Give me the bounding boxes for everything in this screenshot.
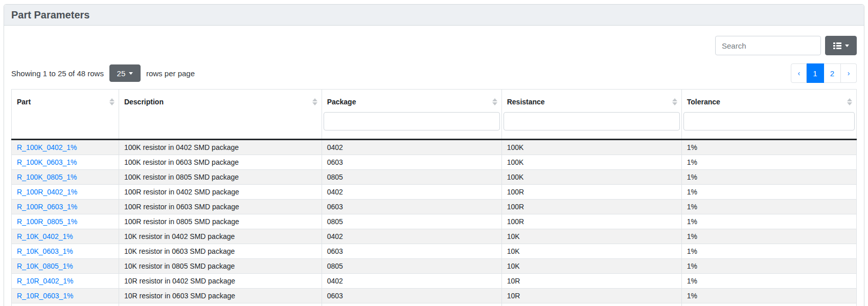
tolerance-cell: 1% xyxy=(681,170,856,185)
chevron-down-icon xyxy=(129,72,133,75)
rows-per-page-label: rows per page xyxy=(146,69,195,78)
part-link[interactable]: R_100K_0402_1% xyxy=(17,143,77,151)
table-row: R_100K_0603_1% 100K resistor in 0603 SMD… xyxy=(12,155,857,170)
part-cell: R_10R_0402_1% xyxy=(12,274,119,289)
tolerance-cell: 1% xyxy=(681,140,856,155)
showing-group: Showing 1 to 25 of 48 rows 25 rows per p… xyxy=(11,64,195,82)
package-cell: 0805 xyxy=(322,303,501,306)
description-cell: 100K resistor in 0402 SMD package xyxy=(119,140,322,155)
part-cell: R_100R_0603_1% xyxy=(12,200,119,214)
sort-icon xyxy=(672,98,677,105)
resistance-filter-input[interactable] xyxy=(504,112,680,130)
resistance-cell: 10R xyxy=(501,274,681,289)
column-label: Tolerance xyxy=(687,98,720,106)
part-parameters-card: Part Parameters Showing 1 to 25 of 48 ro… xyxy=(4,4,864,306)
tolerance-cell: 1% xyxy=(681,229,856,244)
column-label: Resistance xyxy=(507,98,545,106)
column-header-part[interactable]: Part xyxy=(12,90,119,140)
resistance-cell: 10K xyxy=(501,229,681,244)
part-cell: R_10K_0402_1% xyxy=(12,229,119,244)
pagination-next[interactable]: › xyxy=(841,63,857,83)
pagination-page-2[interactable]: 2 xyxy=(824,63,841,83)
showing-rows-text: Showing 1 to 25 of 48 rows xyxy=(11,69,104,78)
pagination-prev[interactable]: ‹ xyxy=(791,63,807,83)
table-header-row: Part Description Package xyxy=(12,90,857,140)
part-cell: R_10R_0805_1% xyxy=(12,303,119,306)
package-cell: 0805 xyxy=(322,259,501,274)
table-row: R_10K_0402_1% 10K resistor in 0402 SMD p… xyxy=(12,229,857,244)
tolerance-cell: 1% xyxy=(681,289,856,303)
package-cell: 0402 xyxy=(322,140,501,155)
search-input[interactable] xyxy=(715,36,821,55)
description-cell: 100R resistor in 0603 SMD package xyxy=(119,200,322,214)
pagination-page-1[interactable]: 1 xyxy=(807,63,824,83)
tolerance-cell: 1% xyxy=(681,200,856,214)
part-link[interactable]: R_100R_0402_1% xyxy=(17,188,77,196)
part-link[interactable]: R_100K_0603_1% xyxy=(17,158,77,166)
resistance-cell: 100R xyxy=(501,214,681,229)
part-link[interactable]: R_10R_0402_1% xyxy=(17,277,74,285)
part-link[interactable]: R_100R_0805_1% xyxy=(17,217,77,226)
part-link[interactable]: R_10K_0402_1% xyxy=(17,232,73,241)
part-link[interactable]: R_100R_0603_1% xyxy=(17,203,77,211)
column-header-tolerance[interactable]: Tolerance xyxy=(681,90,856,140)
sort-icon xyxy=(109,98,115,105)
column-header-resistance[interactable]: Resistance xyxy=(501,90,681,140)
part-cell: R_100R_0805_1% xyxy=(12,214,119,229)
table-row: R_100R_0402_1% 100R resistor in 0402 SMD… xyxy=(12,185,857,200)
part-link[interactable]: R_100K_0805_1% xyxy=(17,173,77,181)
tolerance-cell: 1% xyxy=(681,259,856,274)
resistance-cell: 100K xyxy=(501,170,681,185)
resistance-cell: 100K xyxy=(501,155,681,170)
tolerance-cell: 1% xyxy=(681,185,856,200)
description-cell: 100K resistor in 0603 SMD package xyxy=(119,155,322,170)
table-row: R_100K_0402_1% 100K resistor in 0402 SMD… xyxy=(12,140,857,155)
description-cell: 10K resistor in 0603 SMD package xyxy=(119,244,322,259)
column-header-description[interactable]: Description xyxy=(119,90,322,140)
table-row: R_100K_0805_1% 100K resistor in 0805 SMD… xyxy=(12,170,857,185)
tolerance-cell: 1% xyxy=(681,274,856,289)
table-row: R_100R_0603_1% 100R resistor in 0603 SMD… xyxy=(12,200,857,214)
resistance-cell: 10R xyxy=(501,289,681,303)
part-cell: R_100K_0805_1% xyxy=(12,170,119,185)
resistance-cell: 10K xyxy=(501,259,681,274)
part-link[interactable]: R_10R_0603_1% xyxy=(17,292,74,300)
description-cell: 10R resistor in 0402 SMD package xyxy=(119,274,322,289)
column-header-package[interactable]: Package xyxy=(322,90,501,140)
table-body: R_100K_0402_1% 100K resistor in 0402 SMD… xyxy=(12,140,857,306)
part-link[interactable]: R_10K_0805_1% xyxy=(17,262,73,270)
table-row: R_10R_0402_1% 10R resistor in 0402 SMD p… xyxy=(12,274,857,289)
description-cell: 100R resistor in 0402 SMD package xyxy=(119,185,322,200)
package-cell: 0603 xyxy=(322,289,501,303)
columns-toggle-button[interactable] xyxy=(825,36,857,55)
parts-table: Part Description Package xyxy=(11,89,857,306)
description-cell: 10K resistor in 0805 SMD package xyxy=(119,259,322,274)
tolerance-cell: 1% xyxy=(681,303,856,306)
package-cell: 0805 xyxy=(322,214,501,229)
package-cell: 0402 xyxy=(322,185,501,200)
sort-icon xyxy=(312,98,317,105)
tolerance-cell: 1% xyxy=(681,155,856,170)
package-cell: 0402 xyxy=(322,229,501,244)
card-header: Part Parameters xyxy=(4,5,864,26)
part-cell: R_100K_0402_1% xyxy=(12,140,119,155)
description-cell: 100K resistor in 0805 SMD package xyxy=(119,170,322,185)
resistance-cell: 10R xyxy=(501,303,681,306)
sort-icon xyxy=(847,98,852,105)
description-cell: 10R resistor in 0603 SMD package xyxy=(119,289,322,303)
description-cell: 10K resistor in 0402 SMD package xyxy=(119,229,322,244)
table-row: R_10R_0603_1% 10R resistor in 0603 SMD p… xyxy=(12,289,857,303)
pagination-toolbar: Showing 1 to 25 of 48 rows 25 rows per p… xyxy=(11,63,857,83)
package-cell: 0805 xyxy=(322,170,501,185)
page-size-button[interactable]: 25 xyxy=(109,64,141,82)
table-toolbar xyxy=(11,36,857,55)
chevron-down-icon xyxy=(845,45,849,47)
th-list-icon xyxy=(833,42,841,49)
card-body: Showing 1 to 25 of 48 rows 25 rows per p… xyxy=(4,26,864,306)
tolerance-filter-input[interactable] xyxy=(683,112,855,130)
package-cell: 0603 xyxy=(322,244,501,259)
column-label: Part xyxy=(17,98,31,106)
package-filter-input[interactable] xyxy=(324,112,500,130)
part-cell: R_10R_0603_1% xyxy=(12,289,119,303)
part-link[interactable]: R_10K_0603_1% xyxy=(17,247,73,255)
